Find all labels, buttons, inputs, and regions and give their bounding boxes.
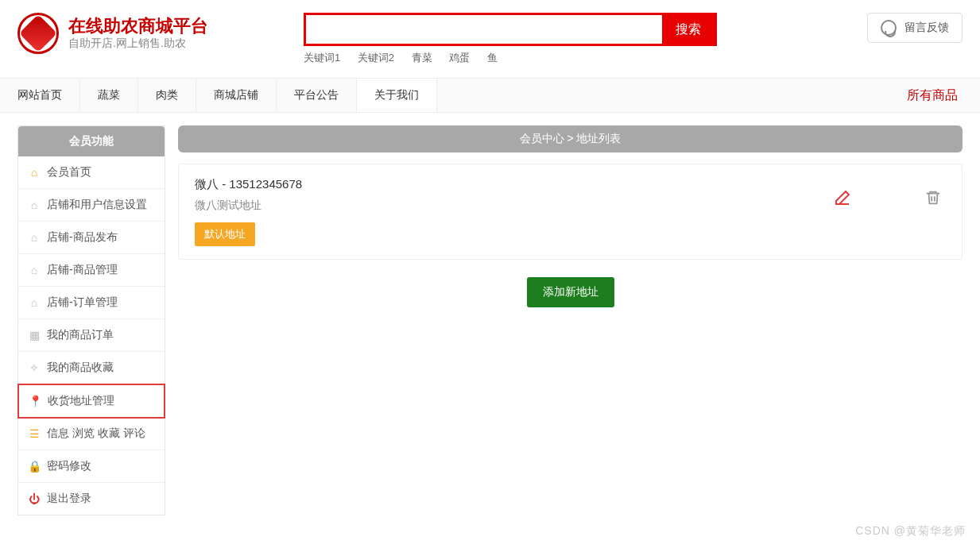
search-input[interactable] [306, 15, 662, 44]
brand-subtitle: 自助开店.网上销售.助农 [68, 37, 208, 51]
search-keywords: 关键词1 关键词2 青菜 鸡蛋 鱼 [304, 51, 717, 65]
main-nav: 网站首页 蔬菜 肉类 商城店铺 平台公告 关于我们 所有商品 [0, 78, 980, 113]
keyword-link[interactable]: 关键词1 [304, 52, 340, 64]
sidebar-item-5[interactable]: ▦我的商品订单 [18, 319, 165, 352]
sidebar-item-label: 店铺和用户信息设置 [47, 198, 147, 212]
logo-icon [17, 13, 59, 54]
sidebar-item-label: 店铺-商品管理 [47, 263, 118, 277]
default-address-tag: 默认地址 [195, 222, 255, 246]
sidebar-title: 会员功能 [18, 126, 165, 156]
keyword-link[interactable]: 关键词2 [358, 52, 394, 64]
nav-meat[interactable]: 肉类 [138, 79, 196, 112]
list-icon: ☰ [28, 427, 41, 440]
keyword-link[interactable]: 鸡蛋 [449, 52, 470, 64]
house-icon: ⌂ [28, 296, 41, 309]
keyword-link[interactable]: 鱼 [487, 52, 498, 64]
sidebar-item-4[interactable]: ⌂店铺-订单管理 [18, 287, 165, 319]
sidebar-item-label: 店铺-订单管理 [47, 295, 118, 310]
brand-block: 在线助农商城平台 自助开店.网上销售.助农 [17, 13, 304, 54]
sidebar-item-label: 我的商品订单 [47, 328, 114, 342]
feedback-button[interactable]: 留言反馈 [867, 13, 963, 43]
nav-notice[interactable]: 平台公告 [277, 79, 357, 112]
sidebar-item-6[interactable]: ✧我的商品收藏 [18, 352, 165, 384]
power-icon: ⏻ [28, 492, 41, 505]
add-address-button[interactable]: 添加新地址 [527, 277, 614, 307]
sidebar-item-label: 信息 浏览 收藏 评论 [47, 426, 145, 441]
search-bar: 搜索 [304, 13, 717, 46]
sidebar-item-8[interactable]: ☰信息 浏览 收藏 评论 [18, 418, 165, 450]
sidebar-item-label: 退出登录 [47, 492, 91, 506]
star-icon: ✧ [28, 361, 41, 374]
nav-home[interactable]: 网站首页 [0, 79, 80, 112]
pin-icon: 📍 [29, 395, 41, 407]
grid-icon: ▦ [28, 329, 41, 342]
nav-vegetables[interactable]: 蔬菜 [80, 79, 138, 112]
house-icon: ⌂ [28, 231, 41, 244]
lock-icon: 🔒 [28, 460, 41, 473]
house-icon: ⌂ [28, 264, 41, 276]
nav-all-products[interactable]: 所有商品 [885, 79, 980, 112]
breadcrumb: 会员中心 > 地址列表 [178, 125, 963, 152]
keyword-link[interactable]: 青菜 [412, 52, 432, 64]
nav-shops[interactable]: 商城店铺 [196, 79, 277, 112]
sidebar-item-label: 我的商品收藏 [47, 361, 114, 375]
sidebar-item-7[interactable]: 📍收货地址管理 [17, 384, 165, 419]
member-sidebar: 会员功能 ⌂会员首页⌂店铺和用户信息设置⌂店铺-商品发布⌂店铺-商品管理⌂店铺-… [17, 125, 165, 515]
sidebar-item-label: 店铺-商品发布 [47, 230, 118, 245]
feedback-label: 留言反馈 [904, 21, 949, 35]
sidebar-item-label: 会员首页 [47, 165, 91, 179]
address-card: 微八 - 13512345678 微八测试地址 默认地址 [178, 164, 963, 260]
sidebar-item-1[interactable]: ⌂店铺和用户信息设置 [18, 189, 165, 222]
sidebar-item-3[interactable]: ⌂店铺-商品管理 [18, 254, 165, 287]
sidebar-item-label: 收货地址管理 [48, 394, 114, 408]
delete-icon[interactable] [924, 188, 943, 207]
headset-icon [881, 20, 897, 36]
sidebar-item-2[interactable]: ⌂店铺-商品发布 [18, 222, 165, 254]
sidebar-item-label: 密码修改 [47, 459, 91, 473]
sidebar-item-10[interactable]: ⏻退出登录 [18, 483, 165, 515]
search-button[interactable]: 搜索 [662, 15, 715, 44]
nav-about[interactable]: 关于我们 [357, 79, 437, 112]
sidebar-item-0[interactable]: ⌂会员首页 [18, 156, 165, 189]
sidebar-item-9[interactable]: 🔒密码修改 [18, 450, 165, 483]
brand-title: 在线助农商城平台 [68, 16, 208, 36]
house-icon: ⌂ [28, 199, 41, 211]
home-icon: ⌂ [28, 166, 41, 179]
edit-icon[interactable] [833, 188, 852, 207]
